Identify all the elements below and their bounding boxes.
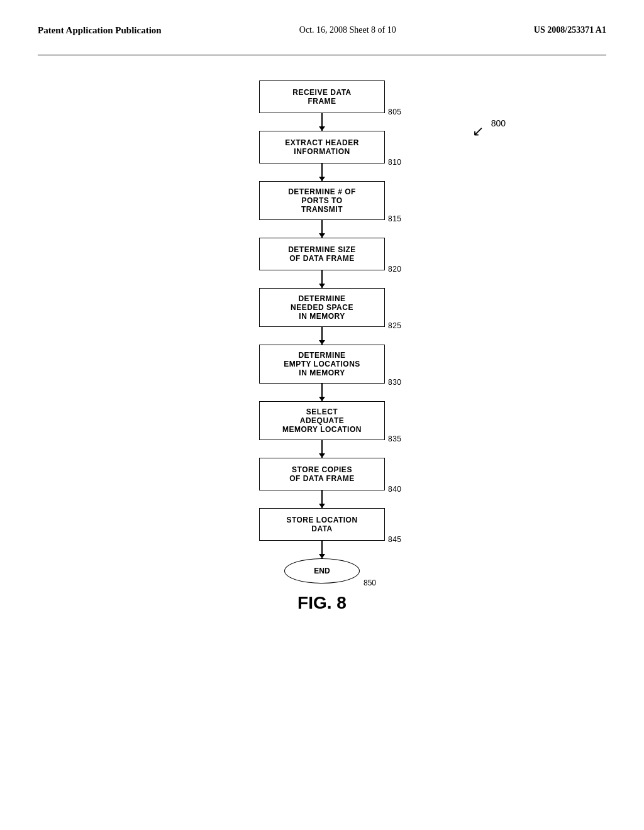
- flow-step-830: DETERMINEEMPTY LOCATIONSIN MEMORY 830: [259, 345, 385, 384]
- box-extract-header: EXTRACT HEADERINFORMATION 810: [259, 131, 385, 163]
- box-receive-data-frame: RECEIVE DATAFRAME 805: [259, 80, 385, 113]
- arrow-815-820: [321, 220, 323, 238]
- flow-step-815: DETERMINE # OFPORTS TOTRANSMIT 815: [259, 181, 385, 220]
- arrow-810-815: [321, 163, 323, 181]
- arrow-840-845: [321, 490, 323, 508]
- arrow-825-830: [321, 327, 323, 345]
- box-store-copies: STORE COPIESOF DATA FRAME 840: [259, 458, 385, 490]
- box-determine-empty-locations: DETERMINEEMPTY LOCATIONSIN MEMORY 830: [259, 345, 385, 384]
- publication-date-sheet: Oct. 16, 2008 Sheet 8 of 10: [299, 25, 396, 35]
- label-830: 830: [388, 378, 402, 387]
- flow-step-840: STORE COPIESOF DATA FRAME 840: [259, 458, 385, 490]
- box-determine-size: DETERMINE SIZEOF DATA FRAME 820: [259, 238, 385, 270]
- flow-step-825: DETERMINENEEDED SPACEIN MEMORY 825: [259, 288, 385, 327]
- label-815: 815: [388, 214, 402, 223]
- diagram-reference: 800 ↙: [491, 118, 506, 145]
- page-header: Patent Application Publication Oct. 16, …: [38, 25, 606, 36]
- publication-title: Patent Application Publication: [38, 25, 162, 36]
- diagram-container: 800 ↙ RECEIVE DATAFRAME 805 EXTRACT HEAD…: [38, 68, 606, 785]
- label-825: 825: [388, 321, 402, 330]
- ref-arrow: ↙: [472, 123, 484, 139]
- arrow-805-810: [321, 113, 323, 131]
- label-845: 845: [388, 535, 402, 544]
- label-805: 805: [388, 108, 402, 116]
- arrow-835-840: [321, 440, 323, 458]
- label-850: 850: [364, 578, 376, 587]
- publication-number: US 2008/253371 A1: [534, 25, 606, 35]
- arrow-845-850: [321, 541, 323, 558]
- flow-step-820: DETERMINE SIZEOF DATA FRAME 820: [259, 238, 385, 270]
- flowchart: RECEIVE DATAFRAME 805 EXTRACT HEADERINFO…: [259, 80, 385, 613]
- flow-step-805: RECEIVE DATAFRAME 805: [259, 80, 385, 113]
- label-820: 820: [388, 265, 402, 274]
- header-divider: [38, 55, 606, 55]
- box-determine-ports: DETERMINE # OFPORTS TOTRANSMIT 815: [259, 181, 385, 220]
- arrow-830-835: [321, 384, 323, 401]
- arrow-820-825: [321, 270, 323, 288]
- figure-label: FIG. 8: [297, 593, 347, 613]
- label-810: 810: [388, 158, 402, 167]
- label-835: 835: [388, 434, 402, 443]
- flow-step-845: STORE LOCATIONDATA 845: [259, 508, 385, 541]
- label-840: 840: [388, 485, 402, 494]
- box-determine-needed-space: DETERMINENEEDED SPACEIN MEMORY 825: [259, 288, 385, 327]
- box-select-memory-location: SELECTADEQUATEMEMORY LOCATION 835: [259, 401, 385, 440]
- oval-end: END 850: [284, 558, 360, 584]
- page: Patent Application Publication Oct. 16, …: [0, 0, 644, 830]
- flow-step-810: EXTRACT HEADERINFORMATION 810: [259, 131, 385, 163]
- box-store-location-data: STORE LOCATIONDATA 845: [259, 508, 385, 541]
- ref-number: 800: [491, 118, 506, 128]
- flow-step-835: SELECTADEQUATEMEMORY LOCATION 835: [259, 401, 385, 440]
- flow-step-850: END 850: [284, 558, 360, 584]
